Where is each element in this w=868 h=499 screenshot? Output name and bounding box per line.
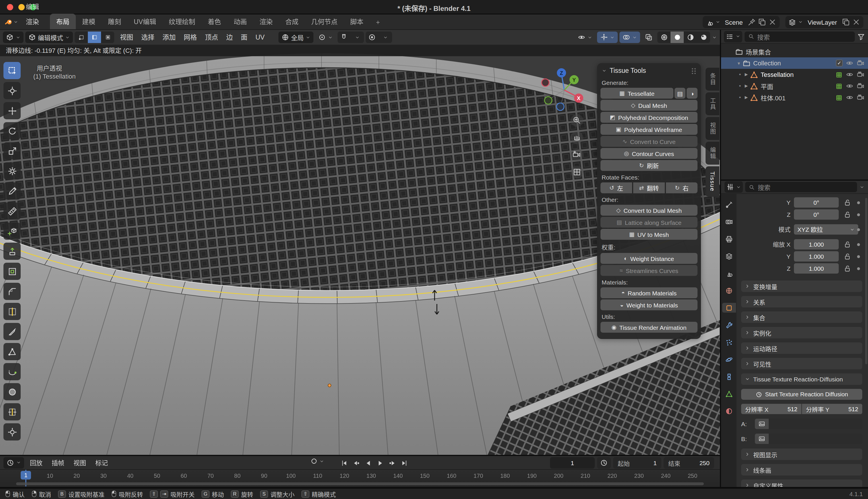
tissue-button-Random Materials[interactable]: ◓Random Materials <box>601 287 698 298</box>
panel-可见性[interactable]: 可见性 <box>741 358 862 369</box>
outliner-editor-type-button[interactable] <box>724 31 742 42</box>
tissue-Tessellate-extra-0[interactable]: ▤ <box>675 88 686 99</box>
mode-dropdown[interactable]: 编辑模式 <box>25 32 73 43</box>
show-gizmo-dropdown[interactable] <box>597 32 618 43</box>
properties-tab-data[interactable] <box>722 389 736 399</box>
hide-viewport-icon[interactable] <box>846 94 854 101</box>
tissue-button-翻转[interactable]: ⇄翻转 <box>633 182 665 193</box>
properties-tab-object[interactable] <box>722 303 736 313</box>
tl-menu-插帧[interactable]: 插帧 <box>47 456 69 469</box>
playback-sync-dropdown[interactable] <box>310 457 324 465</box>
animate-dot[interactable] <box>857 201 860 204</box>
properties-tab-material[interactable] <box>722 406 736 416</box>
tissue-button-Weight Distance[interactable]: ◐Weight Distance <box>601 253 698 264</box>
tool-inset-faces[interactable] <box>3 263 21 280</box>
properties-tab-constraints[interactable] <box>722 372 736 381</box>
play-reverse-button[interactable] <box>362 457 374 468</box>
properties-tab-world[interactable] <box>722 285 736 295</box>
tissue-button-UV to Mesh[interactable]: ▦UV to Mesh <box>601 229 698 240</box>
tissue-button-Lattice along Surface[interactable]: ▤Lattice along Surface <box>601 217 698 228</box>
menu-渲染[interactable]: 渲染 <box>21 14 44 29</box>
tool-measure[interactable] <box>3 203 21 220</box>
npanel-tab-Tissue[interactable]: Tissue <box>705 166 719 197</box>
new-viewlayer-button[interactable] <box>842 18 850 26</box>
lock-icon[interactable] <box>843 210 851 219</box>
tl-menu-视图[interactable]: 视图 <box>69 456 91 469</box>
outliner-row-场景集合[interactable]: 场景集合 <box>721 46 868 57</box>
lock-icon[interactable] <box>843 252 851 260</box>
snap-toggle[interactable] <box>337 32 351 43</box>
properties-tab-physics[interactable] <box>722 354 736 364</box>
npanel-tab-条目[interactable]: 条目 <box>705 68 719 90</box>
tool-add-cube[interactable] <box>3 222 21 240</box>
properties-tab-particles[interactable] <box>722 337 736 347</box>
expander-icon[interactable]: ▶ <box>743 84 750 88</box>
zoom-button[interactable] <box>571 114 583 127</box>
rotation-y-field[interactable]: 0° <box>794 197 839 208</box>
properties-options-icon[interactable] <box>859 184 865 190</box>
panel-自定义属性[interactable]: 自定义属性 <box>741 479 862 487</box>
use-preview-range-toggle[interactable] <box>597 457 611 468</box>
lock-icon[interactable] <box>843 198 851 206</box>
shading-solid-button[interactable] <box>670 32 684 43</box>
camera-view-button[interactable] <box>571 148 583 161</box>
tool-extrude-region[interactable] <box>3 243 21 260</box>
show-overlays-dropdown[interactable] <box>619 32 640 43</box>
outliner-row-Tessellation[interactable]: •▶Tessellation <box>721 69 868 80</box>
start-reaction-diffusion-button[interactable]: Start Texture Reaction Diffusion <box>741 389 862 400</box>
animate-dot[interactable] <box>857 243 860 246</box>
vp-menu-网格[interactable]: 网格 <box>180 32 201 43</box>
remove-scene-button[interactable] <box>768 18 777 26</box>
panel-视图显示[interactable]: 视图显示 <box>741 449 862 460</box>
outliner-search-input[interactable]: 搜索 <box>745 31 855 41</box>
edge-select-button[interactable] <box>88 32 101 43</box>
current-frame-field[interactable]: 1 <box>550 457 595 468</box>
disable-render-icon[interactable] <box>857 82 865 90</box>
npanel-tab-编辑[interactable]: 编辑 <box>705 142 719 165</box>
blender-menu-button[interactable] <box>0 18 21 26</box>
workspace-tab-雕刻[interactable]: 雕刻 <box>102 14 128 29</box>
tissue-button-Streamlines Curves[interactable]: ≈Streamlines Curves <box>601 265 698 276</box>
filter-icon[interactable] <box>857 33 865 40</box>
timeline-editor-type-button[interactable] <box>3 457 24 468</box>
properties-tab-tool[interactable] <box>722 199 736 209</box>
workspace-tab-建模[interactable]: 建模 <box>76 14 102 29</box>
hide-viewport-icon[interactable] <box>846 82 854 90</box>
shading-options-dropdown[interactable] <box>712 35 717 40</box>
properties-tab-view-layer[interactable] <box>722 251 736 261</box>
texture-a-field[interactable] <box>755 419 862 429</box>
resolution-y-field[interactable]: 分辨率 Y512 <box>802 404 862 414</box>
tool-rotate[interactable] <box>3 122 21 139</box>
jump-to-start-button[interactable] <box>338 457 349 468</box>
panel-实例化[interactable]: 实例化 <box>741 327 862 338</box>
npanel-tab-工具[interactable]: 工具 <box>705 92 719 115</box>
shading-wireframe-button[interactable] <box>657 32 670 43</box>
properties-scrollbar[interactable] <box>865 198 867 364</box>
vertex-select-button[interactable] <box>75 32 88 43</box>
panel-运动路径[interactable]: 运动路径 <box>741 342 862 354</box>
tissue-button-左[interactable]: ↺左 <box>601 182 632 193</box>
tissue-button-Weight to Materials[interactable]: ◒Weight to Materials <box>601 300 698 310</box>
lock-icon[interactable] <box>843 265 851 272</box>
drag-handle-icon[interactable] <box>691 68 696 74</box>
pan-button[interactable] <box>571 131 583 144</box>
disable-render-icon[interactable] <box>857 71 865 78</box>
tissue-Tessellate-extra-1[interactable]: ◑ <box>687 88 698 99</box>
frame-end-field[interactable]: 结束250 <box>664 457 714 468</box>
tool-bevel[interactable] <box>3 283 21 300</box>
add-workspace-button[interactable]: + <box>370 16 386 29</box>
transform-orientation-dropdown[interactable]: 全局 <box>278 32 313 43</box>
vp-menu-选择[interactable]: 选择 <box>137 32 158 43</box>
new-scene-button[interactable] <box>758 18 766 26</box>
outliner-row-平面[interactable]: •▶平面 <box>721 80 868 92</box>
workspace-tab-布局[interactable]: 布局 <box>50 14 76 29</box>
shading-rendered-button[interactable] <box>697 32 710 43</box>
animate-dot[interactable] <box>857 228 860 231</box>
expander-icon[interactable]: ▶ <box>743 95 750 100</box>
tool-scale[interactable] <box>3 142 21 159</box>
properties-tab-modifiers[interactable] <box>722 320 736 330</box>
workspace-tab-合成[interactable]: 合成 <box>279 14 305 29</box>
workspace-tab-渲染[interactable]: 渲染 <box>253 14 279 29</box>
shading-material-button[interactable] <box>684 32 697 43</box>
tissue-button-Convert to Dual Mesh[interactable]: ◇Convert to Dual Mesh <box>601 205 698 216</box>
